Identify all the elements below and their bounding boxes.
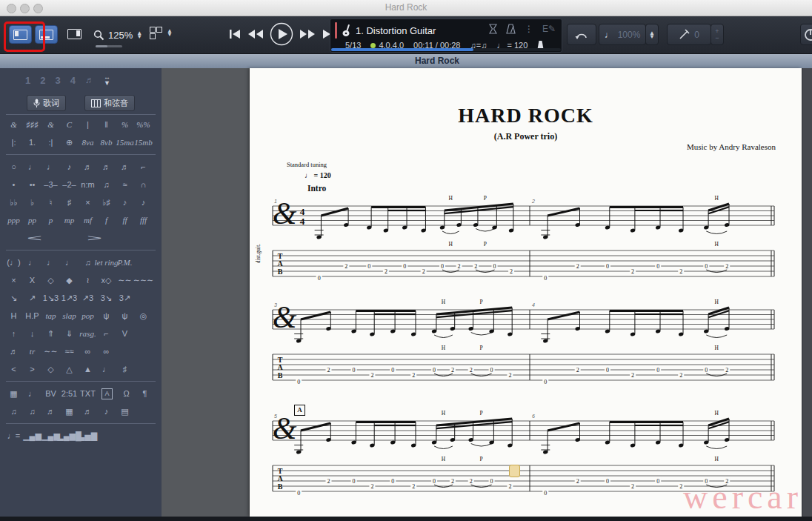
quarter-note-icon[interactable]: ♩ <box>41 159 60 175</box>
volume-swell-icon[interactable]: △ <box>60 361 79 377</box>
dynamic-ff-icon[interactable]: ff <box>116 212 134 228</box>
beam-group-4-icon[interactable]: ♬ <box>79 403 97 419</box>
slide-1-3-down-icon[interactable]: 1↘3 <box>41 290 60 306</box>
dead-note-icon[interactable]: × <box>4 272 23 288</box>
chord-diagram-icon[interactable]: ▦ <box>4 385 23 402</box>
dynamic-f-icon[interactable]: f <box>97 212 116 228</box>
collapse-palette-icon[interactable]: ↔▼ <box>104 74 110 86</box>
time-signature-icon[interactable]: C <box>60 116 79 133</box>
track-display-panel[interactable]: 1. Distortion Guitar ⋮ E✎ 5/13 4.0.4.0 0… <box>330 19 562 53</box>
zoom-control[interactable]: 125% ▲▼ <box>93 26 142 44</box>
acciaccatura-icon[interactable]: ♪ <box>134 194 153 210</box>
quindicesima-up-icon[interactable]: 15ma <box>116 134 134 150</box>
fade-out-icon[interactable]: > <box>23 361 41 377</box>
beam-break-icon[interactable]: ♪ <box>97 403 116 419</box>
right-hand-icon[interactable]: ψ <box>116 308 134 324</box>
clef-change-icon[interactable]: & <box>41 116 60 133</box>
master-volume-button[interactable] <box>800 24 812 45</box>
notation-staves[interactable]: &TAB44dist.guit.102020202202HHPP20202020… <box>250 68 802 517</box>
edit-tuning-icon[interactable]: E✎ <box>542 24 556 34</box>
voice-2-button[interactable]: 2 <box>40 75 45 86</box>
tenuto-icon[interactable]: ♩ <box>41 254 60 271</box>
loop-button[interactable] <box>567 24 596 45</box>
trill-icon[interactable]: tr <box>23 343 41 359</box>
flat-icon[interactable]: ♭ <box>23 194 41 210</box>
strum-down-icon[interactable]: ↓ <box>23 325 41 342</box>
tap-icon[interactable]: tap <box>41 308 60 324</box>
voice-3-button[interactable]: 3 <box>55 75 60 86</box>
time-marker-icon[interactable]: 2:51 <box>60 385 79 402</box>
volta-icon[interactable]: 1. <box>23 134 41 150</box>
slide-out-up-icon[interactable]: 3↗ <box>116 290 134 306</box>
beam-over-rest-icon[interactable]: ▤ <box>116 403 134 419</box>
double-sharp-icon[interactable]: × <box>79 194 97 210</box>
lock-icon[interactable]: Ω <box>117 385 136 402</box>
slide-out-down-icon[interactable]: 3↘ <box>97 290 116 306</box>
relative-speed-button[interactable]: ♩ 100% <box>599 24 646 45</box>
vibrato-icon[interactable]: ∼∼ <box>116 272 134 288</box>
ghost-note-icon[interactable]: (♩) <box>4 254 23 271</box>
playback-progress-bar[interactable] <box>331 48 561 51</box>
accent-icon[interactable]: ♩ <box>60 254 79 271</box>
double-barline-icon[interactable]: ‖ <box>97 116 116 133</box>
fast-forward-button[interactable] <box>299 28 316 42</box>
bend-icon[interactable]: ≀ <box>79 272 97 288</box>
automation-mix-icon[interactable]: ▃▅▇ <box>79 428 97 444</box>
slide-in-up-icon[interactable]: ↗3 <box>79 290 97 306</box>
rasgueado-icon[interactable]: rasg. <box>79 325 97 342</box>
transpose-button[interactable]: 0 <box>667 24 711 45</box>
beam-group-1-icon[interactable]: ♫ <box>4 403 23 419</box>
voice-4-button[interactable]: 4 <box>70 75 76 86</box>
palm-mute-icon[interactable]: P.M. <box>116 254 134 271</box>
slide-down-icon[interactable]: ↘ <box>4 290 23 306</box>
pick-down-icon[interactable]: ⌐ <box>97 325 116 342</box>
page-view-button[interactable] <box>9 25 32 44</box>
tremolo-icon[interactable]: ≈ <box>116 176 134 193</box>
duplet-icon[interactable]: –2– <box>60 176 79 193</box>
left-hand-icon[interactable]: ψ <box>97 308 116 324</box>
screen-view-button[interactable] <box>64 25 85 42</box>
natural-icon[interactable]: ♮ <box>41 194 60 210</box>
zoom-stepper[interactable]: ▲▼ <box>136 31 142 39</box>
slide-1-3-up-icon[interactable]: 1↗3 <box>60 290 79 306</box>
hourglass-icon[interactable] <box>489 24 497 34</box>
sharp-ornament-icon[interactable]: ♯ <box>116 361 134 377</box>
arpeggio-down-icon[interactable]: ⇓ <box>60 325 79 342</box>
section-marker-icon[interactable]: A <box>102 388 113 399</box>
turn-icon[interactable]: ∞ <box>79 343 97 359</box>
quindicesima-down-icon[interactable]: 15mb <box>134 134 153 150</box>
automation-volume-icon[interactable]: ▁▄▆ <box>23 428 41 444</box>
half-note-icon[interactable]: ♩ <box>23 159 41 175</box>
tremolo-bar-icon[interactable]: ∼∼ <box>41 343 60 359</box>
tuplet-icon[interactable]: n:m <box>79 176 97 193</box>
sharp-icon[interactable]: ♯ <box>60 194 79 210</box>
let-ring-icon[interactable]: let ring <box>97 254 116 271</box>
dynamic-pp-icon[interactable]: pp <box>23 212 41 228</box>
page-arrangement-stepper[interactable]: ▲▼ <box>167 29 173 36</box>
key-signature-icon[interactable]: ♯♯♯ <box>23 116 41 133</box>
metronome-icon[interactable] <box>506 24 516 34</box>
rewind-button[interactable] <box>247 28 264 42</box>
text-marker-icon[interactable]: TXT <box>79 385 97 402</box>
document-tab-bar[interactable]: Hard Rock <box>0 54 812 69</box>
dotted-note-icon[interactable]: • <box>4 176 23 193</box>
grace-pair-icon[interactable]: ♬ <box>4 343 23 359</box>
document-tab-label[interactable]: Hard Rock <box>415 56 459 66</box>
grace-note-icon[interactable]: ♪ <box>116 194 134 210</box>
decrescendo-icon[interactable]: > <box>65 230 124 246</box>
play-button[interactable] <box>270 22 293 48</box>
double-simile-mark-icon[interactable]: %% <box>134 116 153 133</box>
arpeggio-up-icon[interactable]: ⇑ <box>41 325 60 342</box>
dynamic-ppp-icon[interactable]: ppp <box>4 212 23 228</box>
sixty-fourth-note-icon[interactable]: ♬ <box>116 159 134 175</box>
hammer-pull-icon[interactable]: H.P <box>23 308 41 324</box>
chord-button[interactable]: 和弦音 <box>84 95 135 111</box>
simile-mark-icon[interactable]: % <box>116 116 134 133</box>
tempo-marker-icon[interactable]: ♩= <box>4 428 23 444</box>
accent-swell-icon[interactable]: ▲ <box>79 361 97 377</box>
note-ornament-icon[interactable]: ♩ <box>97 361 116 377</box>
wide-vibrato-icon[interactable]: ∼∼∼ <box>134 272 153 288</box>
harmonic-pinch-icon[interactable]: x◇ <box>97 272 116 288</box>
fade-in-icon[interactable]: < <box>4 361 23 377</box>
thirty-second-note-icon[interactable]: ♬ <box>97 159 116 175</box>
